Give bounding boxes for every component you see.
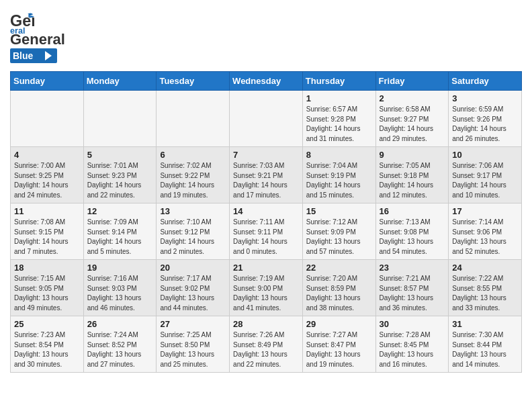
day-number: 7 xyxy=(233,150,299,160)
calendar-cell: 2Sunrise: 6:58 AM Sunset: 9:27 PM Daylig… xyxy=(375,91,449,147)
day-info: Sunrise: 6:57 AM Sunset: 9:28 PM Dayligh… xyxy=(306,105,372,144)
calendar-cell xyxy=(11,91,84,147)
calendar-cell: 19Sunrise: 7:16 AM Sunset: 9:03 PM Dayli… xyxy=(83,260,157,316)
calendar-week-1: 1Sunrise: 6:57 AM Sunset: 9:28 PM Daylig… xyxy=(11,91,522,147)
day-number: 9 xyxy=(380,150,445,160)
calendar-cell: 10Sunrise: 7:06 AM Sunset: 9:17 PM Dayli… xyxy=(449,147,522,203)
day-info: Sunrise: 7:28 AM Sunset: 8:45 PM Dayligh… xyxy=(380,330,445,369)
day-info: Sunrise: 7:25 AM Sunset: 8:50 PM Dayligh… xyxy=(160,330,226,369)
day-info: Sunrise: 7:02 AM Sunset: 9:22 PM Dayligh… xyxy=(160,161,226,200)
day-info: Sunrise: 7:04 AM Sunset: 9:19 PM Dayligh… xyxy=(306,161,372,200)
day-number: 10 xyxy=(452,150,518,160)
calendar-week-5: 25Sunrise: 7:23 AM Sunset: 8:54 PM Dayli… xyxy=(11,316,522,373)
calendar-table: SundayMondayTuesdayWednesdayThursdayFrid… xyxy=(10,71,522,373)
day-info: Sunrise: 7:01 AM Sunset: 9:23 PM Dayligh… xyxy=(87,161,153,200)
logo-svg: Blue xyxy=(10,48,57,63)
day-number: 6 xyxy=(160,150,226,160)
calendar-cell: 26Sunrise: 7:24 AM Sunset: 8:52 PM Dayli… xyxy=(83,316,157,373)
calendar-cell: 20Sunrise: 7:17 AM Sunset: 9:02 PM Dayli… xyxy=(157,260,230,316)
calendar-cell: 21Sunrise: 7:19 AM Sunset: 9:00 PM Dayli… xyxy=(230,260,303,316)
day-number: 29 xyxy=(306,319,372,329)
day-number: 16 xyxy=(380,206,445,216)
day-info: Sunrise: 7:23 AM Sunset: 8:54 PM Dayligh… xyxy=(14,330,80,369)
day-info: Sunrise: 7:09 AM Sunset: 9:14 PM Dayligh… xyxy=(87,218,153,257)
calendar-cell: 8Sunrise: 7:04 AM Sunset: 9:19 PM Daylig… xyxy=(302,147,375,203)
calendar-header-row: SundayMondayTuesdayWednesdayThursdayFrid… xyxy=(11,72,522,91)
calendar-cell: 12Sunrise: 7:09 AM Sunset: 9:14 PM Dayli… xyxy=(83,203,157,260)
day-number: 13 xyxy=(160,206,226,216)
day-number: 24 xyxy=(452,263,518,273)
day-info: Sunrise: 7:05 AM Sunset: 9:18 PM Dayligh… xyxy=(380,161,445,200)
calendar-cell xyxy=(157,91,230,147)
calendar-cell: 22Sunrise: 7:20 AM Sunset: 8:59 PM Dayli… xyxy=(302,260,375,316)
calendar-cell: 25Sunrise: 7:23 AM Sunset: 8:54 PM Dayli… xyxy=(11,316,84,373)
calendar-cell: 13Sunrise: 7:10 AM Sunset: 9:12 PM Dayli… xyxy=(157,203,230,260)
day-number: 22 xyxy=(306,263,372,273)
calendar-week-3: 11Sunrise: 7:08 AM Sunset: 9:15 PM Dayli… xyxy=(11,203,522,260)
day-number: 28 xyxy=(233,319,299,329)
calendar-cell: 15Sunrise: 7:12 AM Sunset: 9:09 PM Dayli… xyxy=(302,203,375,260)
day-info: Sunrise: 7:00 AM Sunset: 9:25 PM Dayligh… xyxy=(14,161,80,200)
calendar-cell: 31Sunrise: 7:30 AM Sunset: 8:44 PM Dayli… xyxy=(449,316,522,373)
day-number: 4 xyxy=(14,150,80,160)
calendar-cell: 16Sunrise: 7:13 AM Sunset: 9:08 PM Dayli… xyxy=(375,203,449,260)
day-number: 8 xyxy=(306,150,372,160)
day-number: 3 xyxy=(452,93,518,103)
calendar-cell: 24Sunrise: 7:22 AM Sunset: 8:55 PM Dayli… xyxy=(449,260,522,316)
day-info: Sunrise: 7:06 AM Sunset: 9:17 PM Dayligh… xyxy=(452,161,518,200)
day-number: 17 xyxy=(452,206,518,216)
day-info: Sunrise: 7:10 AM Sunset: 9:12 PM Dayligh… xyxy=(160,218,226,257)
day-number: 12 xyxy=(87,206,153,216)
page-header: Gen eral General Blue xyxy=(10,7,522,66)
day-info: Sunrise: 7:24 AM Sunset: 8:52 PM Dayligh… xyxy=(87,330,153,369)
day-number: 15 xyxy=(306,206,372,216)
logo-general-text: General xyxy=(10,31,65,48)
day-info: Sunrise: 7:15 AM Sunset: 9:05 PM Dayligh… xyxy=(14,274,80,313)
calendar-cell: 9Sunrise: 7:05 AM Sunset: 9:18 PM Daylig… xyxy=(375,147,449,203)
calendar-cell: 7Sunrise: 7:03 AM Sunset: 9:21 PM Daylig… xyxy=(230,147,303,203)
day-info: Sunrise: 7:14 AM Sunset: 9:06 PM Dayligh… xyxy=(452,218,518,257)
weekday-header-wednesday: Wednesday xyxy=(230,72,303,91)
day-info: Sunrise: 7:19 AM Sunset: 9:00 PM Dayligh… xyxy=(233,274,299,313)
day-number: 5 xyxy=(87,150,153,160)
calendar-cell: 29Sunrise: 7:27 AM Sunset: 8:47 PM Dayli… xyxy=(302,316,375,373)
day-number: 14 xyxy=(233,206,299,216)
day-info: Sunrise: 7:20 AM Sunset: 8:59 PM Dayligh… xyxy=(306,274,372,313)
weekday-header-tuesday: Tuesday xyxy=(157,72,230,91)
calendar-cell: 30Sunrise: 7:28 AM Sunset: 8:45 PM Dayli… xyxy=(375,316,449,373)
day-number: 11 xyxy=(14,206,80,216)
day-number: 23 xyxy=(380,263,445,273)
weekday-header-sunday: Sunday xyxy=(11,72,84,91)
calendar-cell: 17Sunrise: 7:14 AM Sunset: 9:06 PM Dayli… xyxy=(449,203,522,260)
day-number: 18 xyxy=(14,263,80,273)
calendar-body: 1Sunrise: 6:57 AM Sunset: 9:28 PM Daylig… xyxy=(11,91,522,373)
day-info: Sunrise: 7:26 AM Sunset: 8:49 PM Dayligh… xyxy=(233,330,299,369)
day-number: 26 xyxy=(87,319,153,329)
weekday-header-thursday: Thursday xyxy=(302,72,375,91)
calendar-cell: 3Sunrise: 6:59 AM Sunset: 9:26 PM Daylig… xyxy=(449,91,522,147)
day-info: Sunrise: 7:11 AM Sunset: 9:11 PM Dayligh… xyxy=(233,218,299,257)
weekday-header-monday: Monday xyxy=(83,72,157,91)
day-number: 21 xyxy=(233,263,299,273)
day-number: 1 xyxy=(306,93,372,103)
calendar-week-2: 4Sunrise: 7:00 AM Sunset: 9:25 PM Daylig… xyxy=(11,147,522,203)
day-number: 27 xyxy=(160,319,226,329)
weekday-header-friday: Friday xyxy=(375,72,449,91)
weekday-header-saturday: Saturday xyxy=(449,72,522,91)
calendar-cell: 23Sunrise: 7:21 AM Sunset: 8:57 PM Dayli… xyxy=(375,260,449,316)
calendar-cell xyxy=(230,91,303,147)
day-info: Sunrise: 7:27 AM Sunset: 8:47 PM Dayligh… xyxy=(306,330,372,369)
day-info: Sunrise: 7:16 AM Sunset: 9:03 PM Dayligh… xyxy=(87,274,153,313)
day-number: 25 xyxy=(14,319,80,329)
day-number: 30 xyxy=(380,319,445,329)
calendar-cell: 14Sunrise: 7:11 AM Sunset: 9:11 PM Dayli… xyxy=(230,203,303,260)
day-number: 20 xyxy=(160,263,226,273)
calendar-cell: 28Sunrise: 7:26 AM Sunset: 8:49 PM Dayli… xyxy=(230,316,303,373)
logo-icon: Gen eral xyxy=(10,9,34,34)
calendar-cell: 5Sunrise: 7:01 AM Sunset: 9:23 PM Daylig… xyxy=(83,147,157,203)
calendar-cell: 11Sunrise: 7:08 AM Sunset: 9:15 PM Dayli… xyxy=(11,203,84,260)
day-info: Sunrise: 6:58 AM Sunset: 9:27 PM Dayligh… xyxy=(380,105,445,144)
day-info: Sunrise: 7:21 AM Sunset: 8:57 PM Dayligh… xyxy=(380,274,445,313)
logo: Gen eral General Blue xyxy=(10,7,65,66)
day-number: 31 xyxy=(452,319,518,329)
